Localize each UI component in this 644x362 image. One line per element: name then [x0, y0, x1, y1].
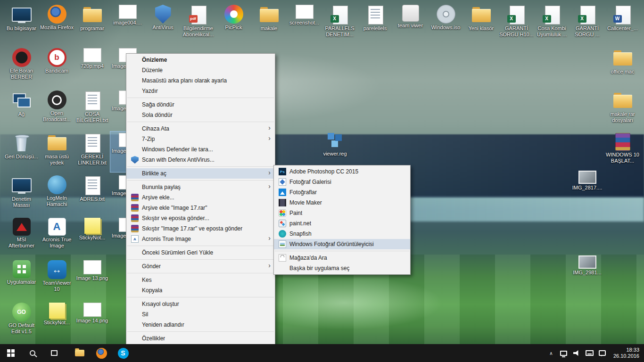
task-view-button[interactable] — [43, 344, 65, 362]
menu-item-paint-net[interactable]: paint.net — [274, 218, 410, 229]
desktop-icon-a[interactable]: Ağ — [4, 89, 39, 130]
tray-expand-button[interactable]: ∧ — [547, 344, 555, 362]
desktop-icon-picpick[interactable]: PicPick — [216, 3, 251, 44]
taskbar-clock[interactable]: 18:33 26.10.2016 — [613, 347, 639, 359]
menu-item-ar-ive-ekle[interactable]: Arşive ekle... — [126, 192, 275, 203]
menu-item-sil[interactable]: Sil — [126, 309, 275, 320]
keyboard-tray-button[interactable] — [586, 344, 594, 362]
menu-item-birlikte-a[interactable]: Birlikte aç› — [126, 168, 275, 179]
menu-item-kopyala[interactable]: Kopyala — [126, 285, 275, 296]
menu-item-bununla-payla[interactable]: Bununla paylaş› — [126, 182, 275, 192]
taskbar-search-button[interactable] — [22, 344, 43, 362]
desktop-icon-open-broadcast[interactable]: Open Broadcast... — [39, 89, 74, 130]
menu-item-zellikler[interactable]: Özellikler — [126, 333, 275, 344]
desktop-icon-image004[interactable]: image004.... — [110, 3, 145, 44]
menu-item-ma-aza-da-ara[interactable]: Mağaza'da Ara — [274, 253, 410, 263]
menu-item-sola-d-nd-r[interactable]: Sola döndür — [126, 110, 275, 120]
menu-item-masa-st-arka-plan-olarak-ayarla[interactable]: Masaüstü arka planı olarak ayarla — [126, 75, 275, 86]
menu-item-label: Acronis True Image — [142, 236, 191, 242]
menu-item-d-zenle[interactable]: Düzenle — [126, 65, 275, 75]
desktop-icon-denetim-masas[interactable]: Denetim Masası — [4, 173, 39, 215]
desktop-icon-windows-10-ba-lat[interactable]: WINDOWS 10 BAŞLAT... — [605, 131, 640, 173]
network-tray-button[interactable] — [560, 344, 568, 362]
desktop-icon-uygulamalar[interactable]: Uygulamalar — [4, 258, 39, 300]
desktop-icon-img-2817[interactable]: IMG_2817.... — [570, 169, 605, 210]
desktop-icon-stickynot[interactable]: StickyNot... — [74, 216, 110, 257]
hamachi-icon — [48, 175, 66, 194]
desktop-icon-team-viwer[interactable]: team viwer — [393, 3, 428, 44]
desktop-icon-screenshot[interactable]: screenshot... — [287, 3, 322, 44]
file-explorer-button[interactable] — [69, 344, 91, 362]
skype-taskbar-button[interactable]: S — [112, 344, 134, 362]
menu-item-s-k-t-r-ve-eposta-g-nder[interactable]: Sıkıştır ve eposta gönder... — [126, 213, 275, 223]
menu-item-s-k-t-r-image-17-rar-ve-eposta-g-nder[interactable]: Sıkıştır "Image 17.rar" ve eposta gönder — [126, 223, 275, 234]
menu-item-foto-raf-galerisi[interactable]: Fotoğraf Galerisi — [274, 177, 410, 187]
menu-item-ba-ka-bir-uygulama-se[interactable]: Başka bir uygulama seç — [274, 263, 410, 273]
menu-item-g-nder[interactable]: Gönder› — [126, 261, 275, 272]
winrar-icon — [131, 225, 139, 232]
desktop-icon-viewer-reg[interactable]: viewer.reg — [317, 128, 353, 170]
menu-item-cihaza-ata[interactable]: Cihaza Ata› — [126, 123, 275, 134]
menu-item-movie-maker[interactable]: Movie Maker — [274, 197, 410, 208]
desktop-icon-parallels-denetim[interactable]: PARALLELS DENETIM... — [322, 3, 357, 44]
desktop-icon-geri-d-n[interactable]: Geri Dönüşü... — [4, 131, 39, 173]
menu-item-7-zip[interactable]: 7-Zip› — [126, 134, 275, 144]
winrar-icon — [131, 194, 139, 201]
desktop-icon-garanti-sorgu-h10[interactable]: GARANTİ SORGU H10... — [499, 3, 534, 44]
desktop-icon-acronis-true-image[interactable]: Acronis True Image — [39, 216, 74, 257]
menu-item-adobe-photoshop-cc-2015[interactable]: Adobe Photoshop CC 2015 — [274, 166, 410, 177]
desktop-icon-makale-rar-dosyalar[interactable]: makale rar dosyaları — [605, 89, 640, 130]
menu-item-yeniden-adland-r[interactable]: Yeniden adlandır — [126, 320, 275, 330]
action-center-button[interactable] — [599, 344, 606, 362]
start-button[interactable] — [0, 344, 22, 362]
desktop-icon-msi-afterburner[interactable]: MSI Afterburner — [4, 216, 39, 257]
menu-item-snapfish[interactable]: Snapfish — [274, 229, 410, 239]
desktop-icon-office-mac[interactable]: office mac — [605, 46, 640, 88]
menu-item-paint[interactable]: Paint — [274, 208, 410, 218]
menu-item-foto-raflar[interactable]: Fotoğraflar — [274, 187, 410, 197]
menu-item-nizleme[interactable]: Önizleme — [126, 55, 275, 65]
desktop-icon-makale[interactable]: makale — [251, 3, 287, 44]
icon-label: GEREKLİ LİNKLER.txt — [75, 154, 110, 166]
desktop-icon-go-default-edit-v1-5[interactable]: GO Default Edit v1.5 — [4, 301, 39, 342]
desktop-icon-mozilla-firefox[interactable]: Mozilla Firefox — [39, 3, 74, 44]
volume-tray-button[interactable] — [573, 344, 580, 362]
menu-item-kes[interactable]: Kes — [126, 275, 275, 285]
desktop-icon-cosa-bi-lgi-leri-txt[interactable]: COSA BİLGİLERİ.txt — [74, 89, 110, 130]
desktop-icon-callcenter[interactable]: Callcenter_... — [605, 3, 640, 44]
desktop-icon-teamviewer-10[interactable]: TeamViewer 10 — [39, 258, 74, 300]
desktop-icon-gerekli-li-nkler-txt[interactable]: GEREKLİ LİNKLER.txt — [74, 131, 110, 173]
desktop-icon-garanti-sorgu[interactable]: GARANTİ SORGU ... — [570, 3, 605, 44]
menu-item-acronis-true-image[interactable]: Acronis True Image› — [126, 234, 275, 244]
menu-item-yazd-r[interactable]: Yazdır — [126, 86, 275, 96]
this-pc-icon — [12, 5, 32, 25]
desktop-icon-parelellels[interactable]: parelellels — [357, 3, 393, 44]
menu-item-scan-with-defenx-antivirus[interactable]: Scan with Defenx AntiVirus... — [126, 155, 275, 165]
menu-item-windows-defender-ile-tara[interactable]: Windows Defender ile tara... — [126, 144, 275, 155]
desktop-icon-logmein-hamachi[interactable]: LogMeIn Hamachi — [39, 173, 74, 215]
desktop-icon-masa-st-yedek[interactable]: masa üstü yedek — [39, 131, 74, 173]
desktop-icon-windows-iso[interactable]: Windows.iso — [428, 3, 463, 44]
menu-item-k-sayol-olu-tur[interactable]: Kısayol oluştur — [126, 299, 275, 309]
desktop-icon-bu-bilgisayar[interactable]: Bu bilgisayar — [4, 3, 39, 44]
menu-item-ar-ive-ekle-image-17-rar[interactable]: Arşive ekle "Image 17.rar" — [126, 203, 275, 213]
menu-item-label: Sağa döndür — [142, 101, 174, 108]
menu-item-nceki-s-r-mleri-geri-y-kle[interactable]: Önceki Sürümleri Geri Yükle — [126, 247, 275, 258]
desktop-icon-img-2981[interactable]: IMG_2981... — [570, 254, 605, 295]
desktop-icon-stickynot[interactable]: StickyNot... — [39, 301, 74, 342]
menu-item-windows-foto-raf-g-r-nt-leyicisi[interactable]: Windows Fotoğraf Görüntüleyicisi — [274, 239, 410, 249]
desktop-icon-cosa-kombi-uyumluluk[interactable]: Cosa Kombi Uyumluluk ... — [534, 3, 570, 44]
desktop-icon-yeni-klas-r[interactable]: Yeni klasör — [463, 3, 499, 44]
desktop-icon-bandicam[interactable]: Bandicam — [39, 46, 74, 88]
desktop-icon-antivirus[interactable]: AntiVirus — [145, 3, 181, 44]
desktop-icon-programar[interactable]: programar — [74, 3, 110, 44]
desktop-icon-image-13-png[interactable]: Image 13.png — [74, 258, 110, 300]
desktop-icon-adres-txt[interactable]: ADRES.txt — [74, 173, 110, 215]
menu-item-sa-a-d-nd-r[interactable]: Sağa döndür — [126, 99, 275, 110]
desktop-icon-bilgilendirme-abonelikcal[interactable]: Bilgilendirme Abonelikcal... — [181, 3, 216, 44]
desktop-icon-720p-mp4[interactable]: 720p.mp4 — [74, 46, 110, 88]
menu-item-label: 7-Zip — [142, 136, 155, 142]
firefox-taskbar-button[interactable] — [91, 344, 112, 362]
desktop-icon-image-14-png[interactable]: Image 14.png — [74, 301, 110, 342]
desktop-icon-efe-boran-berber[interactable]: Efe Boran BERBER — [4, 46, 39, 88]
